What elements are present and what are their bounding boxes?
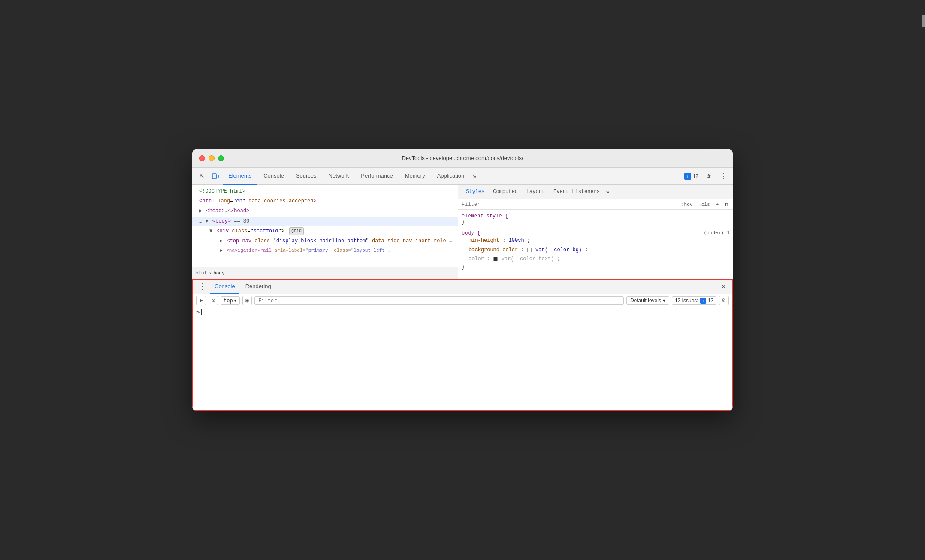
styles-panel: Styles Computed Layout Event Listeners »…: [458, 185, 733, 279]
style-rule-element: element.style { }: [462, 213, 729, 225]
more-tabs-button[interactable]: »: [471, 173, 478, 180]
prompt-chevron: >: [196, 309, 200, 315]
dom-line: ▶ <navigation-rail aria-label="primary" …: [192, 246, 458, 256]
dom-content[interactable]: <!DOCTYPE html> <html lang="en" data-coo…: [192, 185, 458, 267]
style-source: (index):1: [704, 230, 729, 235]
issues-button[interactable]: 12 Issues: i 12: [672, 296, 716, 305]
close-button[interactable]: [199, 155, 205, 161]
top-context-label: top: [224, 298, 233, 304]
breadcrumb-html[interactable]: html: [196, 270, 207, 276]
style-selector: element.style {: [462, 213, 508, 219]
issues-badge[interactable]: i 12: [684, 173, 698, 180]
cls-filter-button[interactable]: .cls: [697, 202, 711, 208]
execute-button[interactable]: ▶: [196, 296, 206, 305]
styles-tabs: Styles Computed Layout Event Listeners »: [458, 185, 733, 199]
console-toolbar: ▶ ⊘ top ▾ ◉ Default levels ▾ 12 Issues: …: [193, 294, 732, 307]
dom-line: ▶ <head>…</head>: [192, 206, 458, 216]
color-swatch-text[interactable]: [493, 257, 498, 261]
tab-layout[interactable]: Layout: [522, 185, 549, 199]
svg-rect-1: [217, 175, 218, 178]
tab-performance[interactable]: Performance: [356, 168, 398, 185]
tab-application[interactable]: Application: [432, 168, 470, 185]
issues-icon: i: [684, 173, 691, 180]
dom-panel: <!DOCTYPE html> <html lang="en" data-coo…: [192, 185, 458, 279]
toolbar-right: i 12 ⋮: [684, 170, 729, 182]
clear-console-button[interactable]: ⊘: [209, 296, 218, 305]
svg-rect-0: [212, 174, 216, 179]
styles-filter-input[interactable]: [462, 202, 676, 208]
tab-styles[interactable]: Styles: [462, 185, 489, 199]
window-title: DevTools - developer.chrome.com/docs/dev…: [402, 155, 523, 161]
issues-icon-small: i: [700, 298, 706, 304]
drawer-toolbar: ⋮ Console Rendering ✕: [193, 280, 732, 294]
tab-elements[interactable]: Elements: [223, 168, 257, 185]
toggle-sidebar-button[interactable]: ◧: [723, 201, 729, 208]
dom-line: <!DOCTYPE html>: [192, 187, 458, 196]
devtools-toolbar: ↖ Elements Console Sources Network Perfo…: [192, 168, 733, 185]
chevron-down-icon: ▾: [234, 298, 237, 304]
add-style-rule-button[interactable]: +: [714, 202, 721, 208]
console-content[interactable]: >: [193, 307, 732, 410]
console-drawer: ⋮ Console Rendering ✕ ▶ ⊘ top ▾ ◉ Defaul…: [192, 279, 733, 411]
dom-line: ▶ <top-nav class="display-block hairline…: [192, 236, 458, 246]
color-swatch-bg[interactable]: [527, 248, 532, 252]
tab-memory[interactable]: Memory: [400, 168, 430, 185]
cursor-blink: [201, 309, 202, 315]
issues-label: 12 Issues:: [675, 298, 698, 304]
dom-breadcrumb: html › body: [192, 267, 458, 279]
drawer-tab-console[interactable]: Console: [210, 279, 239, 294]
style-selector: body {: [462, 230, 480, 236]
default-levels-label: Default levels: [630, 298, 661, 304]
styles-filter-bar: :hov .cls + ◧: [458, 199, 733, 210]
hov-filter-button[interactable]: :hov: [680, 202, 694, 208]
tab-network[interactable]: Network: [323, 168, 354, 185]
style-prop-faded: color : var(--color-text) ;: [462, 255, 729, 264]
filter-buttons: :hov .cls + ◧: [680, 201, 729, 208]
traffic-lights: [199, 155, 224, 161]
dom-line-body: … ▼ <body> == $0: [192, 217, 458, 226]
issues-count-label: 12: [708, 298, 713, 304]
minimize-button[interactable]: [209, 155, 215, 161]
grid-badge[interactable]: grid: [289, 227, 304, 235]
drawer-more-options-button[interactable]: ⋮: [196, 280, 209, 292]
settings-button[interactable]: [702, 170, 714, 182]
issues-count: 12: [693, 173, 698, 179]
tab-event-listeners[interactable]: Event Listeners: [549, 185, 604, 199]
more-options-button[interactable]: ⋮: [717, 170, 729, 182]
drawer-close-button[interactable]: ✕: [718, 281, 729, 292]
cursor-icon[interactable]: ↖: [196, 170, 208, 182]
device-toggle-icon[interactable]: [209, 170, 221, 182]
live-expressions-button[interactable]: ◉: [242, 296, 252, 305]
dom-line: <html lang="en" data-cookies-accepted>: [192, 196, 458, 206]
tab-computed[interactable]: Computed: [489, 185, 522, 199]
dom-line: ▼ <div class="scaffold"> grid: [192, 226, 458, 236]
top-context-selector[interactable]: top ▾: [221, 296, 240, 305]
devtools-panel: ↖ Elements Console Sources Network Perfo…: [192, 168, 733, 411]
more-style-tabs-button[interactable]: »: [604, 189, 611, 196]
chevron-down-icon: ▾: [663, 298, 665, 304]
style-prop: background-color : var(--color-bg) ;: [462, 246, 729, 255]
console-prompt: >: [196, 309, 729, 315]
fullscreen-button[interactable]: [218, 155, 224, 161]
breadcrumb-body[interactable]: body: [213, 270, 225, 276]
tab-console[interactable]: Console: [258, 168, 289, 185]
devtools-main: <!DOCTYPE html> <html lang="en" data-coo…: [192, 185, 733, 279]
title-bar: DevTools - developer.chrome.com/docs/dev…: [192, 149, 733, 168]
style-rule-body: (index):1 body { min-height : 100vh ; ba…: [462, 230, 729, 270]
style-prop: min-height : 100vh ;: [462, 236, 729, 246]
styles-content[interactable]: element.style { } (index):1 body { min-h…: [458, 210, 733, 279]
drawer-tab-rendering[interactable]: Rendering: [241, 279, 275, 294]
console-filter-input[interactable]: [254, 296, 624, 305]
console-settings-button[interactable]: ⚙: [719, 296, 729, 305]
svg-text:i: i: [687, 175, 688, 178]
tab-sources[interactable]: Sources: [291, 168, 322, 185]
default-levels-button[interactable]: Default levels ▾: [626, 296, 669, 305]
